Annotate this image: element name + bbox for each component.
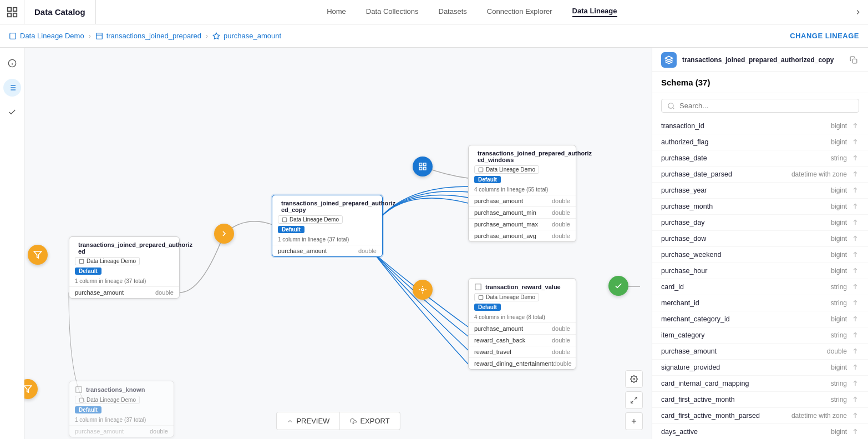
search-icon: [667, 102, 675, 110]
canvas-zoom-in-btn[interactable]: [625, 412, 643, 430]
sort-icon[interactable]: [851, 267, 859, 275]
sort-icon[interactable]: [851, 235, 859, 243]
panel-header: transactions_joined_prepared_authorized_…: [652, 48, 868, 72]
node-card-3[interactable]: transactions_joined_prepared_authorized_…: [468, 145, 576, 242]
schema-field-type: bigint: [831, 122, 847, 130]
schema-field-name: purchase_dow: [661, 235, 831, 243]
canvas-expand-btn[interactable]: [625, 391, 643, 409]
svg-rect-23: [419, 167, 422, 170]
schema-field-name: purchase_weekend: [661, 251, 831, 259]
schema-row: purchase_date_parsed datetime with zone: [652, 166, 868, 183]
schema-field-type: string: [831, 283, 847, 291]
check-sidebar-btn[interactable]: [3, 103, 21, 121]
breadcrumb-field[interactable]: purchase_amount: [212, 32, 281, 40]
svg-rect-4: [10, 33, 16, 39]
schema-field-type: bigint: [831, 267, 847, 275]
schema-field-name: days_active: [661, 428, 831, 436]
svg-rect-33: [76, 387, 82, 393]
schema-row: card_first_active_month string: [652, 392, 868, 408]
sort-icon[interactable]: [851, 331, 859, 339]
schema-field-name: authorized_flag: [661, 138, 831, 146]
nav-links: Home Data Collections Datasets Connectio…: [96, 7, 848, 17]
node-card-5[interactable]: transactions_known Data Lineage Demo Def…: [69, 381, 174, 437]
export-button[interactable]: EXPORT: [340, 412, 400, 430]
sort-icon[interactable]: [851, 380, 859, 387]
sort-icon[interactable]: [851, 219, 859, 226]
schema-field-type: bigint: [831, 186, 847, 194]
schema-field-name: merchant_category_id: [661, 315, 831, 323]
schema-row: signature_provided bigint: [652, 360, 868, 376]
schema-field-type: bigint: [831, 251, 847, 259]
sort-icon[interactable]: [851, 170, 859, 178]
svg-rect-30: [479, 168, 483, 172]
panel-copy-btn[interactable]: [848, 54, 859, 65]
panel-icon: [661, 52, 677, 68]
svg-rect-44: [852, 59, 857, 63]
svg-rect-0: [7, 7, 11, 11]
schema-row: purchase_weekend bigint: [652, 247, 868, 263]
schema-field-name: signature_provided: [661, 364, 831, 371]
schema-field-type: bigint: [831, 364, 847, 371]
schema-row: purchase_hour bigint: [652, 263, 868, 279]
schema-search-box[interactable]: [661, 99, 859, 113]
schema-field-name: purchase_year: [661, 186, 831, 194]
sort-icon[interactable]: [851, 251, 859, 259]
canvas-controls: [625, 370, 643, 430]
orange-connector-left: [28, 245, 48, 265]
svg-marker-7: [213, 33, 220, 39]
schema-row: merchant_category_id bigint: [652, 311, 868, 327]
info-sidebar-btn[interactable]: [3, 54, 21, 72]
canvas-settings-btn[interactable]: [625, 370, 643, 388]
schema-field-name: purchase_amount: [661, 347, 827, 355]
nav-data-collections[interactable]: Data Collections: [366, 7, 419, 17]
nav-datasets[interactable]: Datasets: [439, 7, 467, 17]
sort-icon[interactable]: [851, 396, 859, 403]
schema-field-type: datetime with zone: [791, 170, 847, 178]
breadcrumb-collection[interactable]: Data Lineage Demo: [9, 32, 84, 40]
schema-row: transaction_id bigint: [652, 118, 868, 134]
sort-icon[interactable]: [851, 315, 859, 323]
sort-icon[interactable]: [851, 186, 859, 194]
svg-rect-24: [423, 167, 426, 170]
schema-search-input[interactable]: [679, 102, 853, 110]
svg-point-37: [633, 378, 635, 380]
node-card-2[interactable]: transactions_joined_prepared_authorized_…: [272, 195, 383, 257]
sort-icon[interactable]: [851, 203, 859, 210]
sort-icon[interactable]: [851, 412, 859, 420]
right-panel: transactions_joined_prepared_authorized_…: [652, 48, 868, 439]
schema-field-name: card_first_active_month_parsed: [661, 412, 791, 420]
sort-icon[interactable]: [851, 283, 859, 291]
schema-field-type: bigint: [831, 203, 847, 210]
breadcrumb-table[interactable]: transactions_joined_prepared: [95, 32, 201, 40]
preview-button[interactable]: PREVIEW: [276, 412, 340, 430]
node-card-4[interactable]: transaction_reward_value Data Lineage De…: [468, 278, 576, 370]
svg-marker-36: [24, 386, 32, 392]
schema-field-type: string: [831, 380, 847, 387]
nav-data-lineage[interactable]: Data Lineage: [572, 7, 617, 17]
schema-row: card_first_active_month_parsed datetime …: [652, 408, 868, 424]
svg-rect-2: [7, 13, 11, 16]
sort-icon[interactable]: [851, 122, 859, 130]
sort-icon[interactable]: [851, 347, 859, 355]
node-card-1[interactable]: transactions_joined_prepared_authorized …: [69, 236, 180, 299]
change-lineage-button[interactable]: CHANGE LINEAGE: [790, 32, 859, 40]
schema-row: days_active bigint: [652, 424, 868, 439]
schema-row: card_internal_card_mapping string: [652, 376, 868, 392]
svg-line-39: [631, 401, 633, 403]
sort-icon[interactable]: [851, 428, 859, 436]
svg-rect-32: [479, 295, 483, 300]
list-sidebar-btn[interactable]: [3, 79, 21, 97]
sort-icon[interactable]: [851, 138, 859, 146]
canvas-area[interactable]: transactions_joined_prepared_authorized …: [24, 48, 652, 439]
schema-row: merchant_id string: [652, 295, 868, 311]
schema-row: authorized_flag bigint: [652, 134, 868, 150]
nav-expand-arrow[interactable]: [848, 0, 868, 24]
svg-line-46: [673, 107, 674, 109]
sort-icon[interactable]: [851, 299, 859, 307]
nav-connection-explorer[interactable]: Connection Explorer: [487, 7, 552, 17]
sort-icon[interactable]: [851, 154, 859, 162]
nav-home[interactable]: Home: [327, 7, 346, 17]
schema-field-type: bigint: [831, 428, 847, 436]
sort-icon[interactable]: [851, 364, 859, 371]
schema-field-name: item_category: [661, 331, 831, 339]
